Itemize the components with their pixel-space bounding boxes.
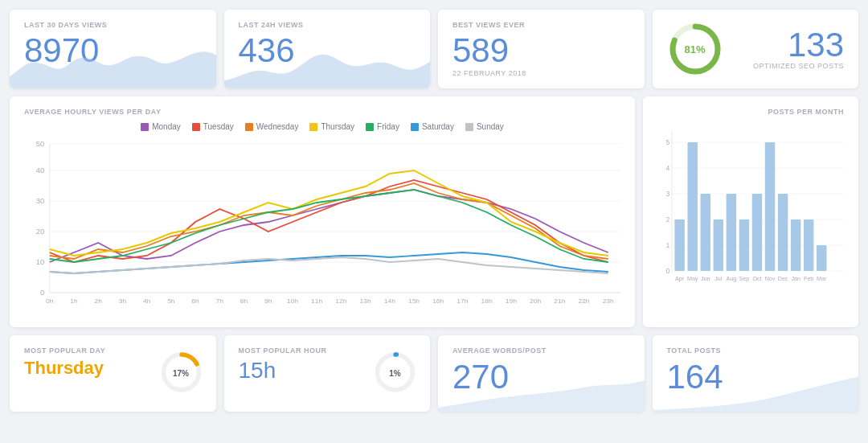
svg-text:13h: 13h [360, 297, 372, 305]
svg-rect-62 [791, 219, 800, 271]
seo-label: OPTIMIZED SEO POSTS [736, 62, 845, 70]
friday-dot [366, 123, 374, 131]
svg-rect-57 [727, 194, 736, 271]
svg-text:40: 40 [36, 166, 45, 174]
line-thursday [50, 170, 608, 256]
svg-text:4h: 4h [143, 297, 151, 305]
sunday-dot [465, 123, 473, 131]
line-chart-legend: Monday Tuesday Wednesday Thursday Friday [24, 122, 620, 131]
svg-text:8h: 8h [240, 297, 248, 305]
svg-rect-61 [778, 194, 788, 271]
svg-text:2: 2 [666, 215, 670, 224]
friday-label: Friday [377, 122, 399, 131]
svg-text:21h: 21h [554, 297, 566, 305]
svg-text:1: 1 [666, 241, 670, 250]
total-posts-chart [653, 371, 859, 412]
svg-text:Jul: Jul [714, 275, 722, 282]
svg-text:Feb: Feb [804, 275, 813, 282]
views-best-card: BEST VIEWS EVER 589 22 FEBRUARY 2018 [438, 10, 645, 88]
middle-row: AVERAGE HOURLY VIEWS PER DAY Monday Tues… [10, 96, 858, 327]
svg-text:3: 3 [666, 190, 670, 199]
avg-words-card: AVERAGE WORDS/POST 270 [438, 335, 645, 412]
seo-right: 133 OPTIMIZED SEO POSTS [736, 28, 845, 70]
popular-day-donut-wrap: 17% [159, 350, 203, 397]
bottom-row: MOST POPULAR DAY Thursday 17% MOST POPUL… [10, 335, 858, 412]
views-24h-label: LAST 24H VIEWS [239, 21, 416, 29]
views-24h-chart [224, 48, 431, 88]
saturday-dot [411, 123, 419, 131]
seo-card: 81% 133 OPTIMIZED SEO POSTS [653, 10, 859, 88]
svg-text:20: 20 [36, 228, 45, 236]
svg-text:22h: 22h [578, 297, 590, 305]
svg-text:May: May [687, 275, 698, 282]
legend-thursday: Thursday [309, 122, 354, 131]
svg-text:1h: 1h [70, 297, 78, 305]
views-30d-chart [10, 48, 216, 88]
total-posts-card: TOTAL POSTS 164 [653, 335, 859, 412]
svg-text:2h: 2h [95, 297, 103, 305]
avg-words-label: AVERAGE WORDS/POST [452, 347, 630, 355]
views-30d-label: LAST 30 DAYS VIEWS [24, 21, 202, 29]
svg-text:Oct: Oct [753, 275, 763, 282]
wednesday-label: Wednesday [256, 122, 299, 131]
svg-text:0h: 0h [46, 297, 54, 305]
popular-day-percent: 17% [173, 369, 189, 378]
views-30d-card: LAST 30 DAYS VIEWS 8970 [10, 10, 216, 88]
saturday-label: Saturday [422, 122, 454, 131]
svg-text:9h: 9h [264, 297, 272, 305]
svg-text:16h: 16h [432, 297, 444, 305]
line-friday [50, 190, 608, 262]
legend-friday: Friday [366, 122, 399, 131]
tuesday-label: Tuesday [203, 122, 234, 131]
views-24h-card: LAST 24H VIEWS 436 [224, 10, 431, 88]
svg-rect-60 [765, 142, 775, 271]
svg-text:10h: 10h [287, 297, 299, 305]
svg-text:0: 0 [666, 267, 670, 276]
svg-text:11h: 11h [311, 297, 323, 305]
svg-text:17h: 17h [457, 297, 469, 305]
svg-text:Sep: Sep [739, 275, 750, 282]
svg-text:Jan: Jan [791, 275, 800, 282]
popular-hour-card: MOST POPULAR HOUR 15h 1% [224, 335, 431, 412]
svg-text:14h: 14h [384, 297, 396, 305]
avg-words-chart [438, 371, 645, 412]
legend-saturday: Saturday [411, 122, 454, 131]
svg-text:10: 10 [36, 258, 45, 266]
legend-monday: Monday [141, 122, 181, 131]
svg-text:6h: 6h [191, 297, 199, 305]
total-posts-label: TOTAL POSTS [667, 347, 845, 355]
bar-chart-svg: 0 1 2 3 4 5 [657, 122, 844, 299]
svg-rect-56 [714, 219, 723, 271]
monday-label: Monday [152, 122, 181, 131]
line-chart-svg: 0 10 20 30 40 50 0h 1h 2h 3h 4h 5h 6h 7h… [24, 136, 620, 313]
svg-text:7h: 7h [216, 297, 224, 305]
svg-text:19h: 19h [506, 297, 518, 305]
svg-text:Jun: Jun [701, 275, 710, 282]
popular-hour-percent: 1% [389, 369, 400, 378]
seo-donut-wrap: 81% [667, 21, 723, 77]
svg-rect-63 [804, 219, 813, 271]
svg-rect-58 [739, 219, 749, 271]
seo-donut-label: 81% [684, 43, 705, 55]
svg-rect-53 [675, 219, 685, 271]
views-best-label: BEST VIEWS EVER [452, 21, 630, 29]
svg-rect-59 [752, 194, 762, 271]
line-saturday [50, 252, 608, 273]
views-best-value: 589 [452, 34, 630, 68]
thursday-dot [309, 123, 317, 131]
svg-text:0: 0 [40, 289, 44, 297]
line-chart-card: AVERAGE HOURLY VIEWS PER DAY Monday Tues… [10, 96, 635, 327]
monday-dot [141, 123, 149, 131]
svg-text:30: 30 [36, 197, 45, 205]
svg-text:12h: 12h [335, 297, 347, 305]
svg-text:5h: 5h [167, 297, 175, 305]
svg-text:Nov: Nov [765, 275, 776, 282]
tuesday-dot [192, 123, 200, 131]
svg-text:4: 4 [666, 164, 670, 173]
svg-rect-54 [688, 142, 698, 271]
svg-text:23h: 23h [603, 297, 615, 305]
legend-sunday: Sunday [465, 122, 504, 131]
seo-value: 133 [736, 28, 845, 62]
svg-text:3h: 3h [119, 297, 127, 305]
svg-text:18h: 18h [481, 297, 493, 305]
